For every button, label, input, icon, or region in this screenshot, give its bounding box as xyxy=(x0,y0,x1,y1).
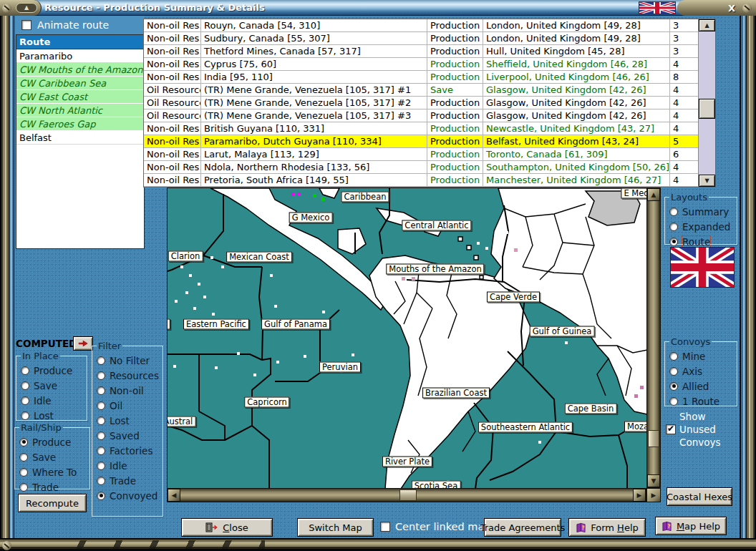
world-map[interactable]: CaribbeanG MexicoCentral AtlanticE MedCl… xyxy=(167,187,646,488)
table-row[interactable]: Non-oil Res.Paramaribo, Dutch Guyana [11… xyxy=(144,135,715,148)
radio-expanded[interactable]: Expanded xyxy=(669,219,734,234)
radio-button[interactable] xyxy=(21,396,29,405)
radio-button[interactable] xyxy=(19,468,28,477)
map-horizontal-scrollbar[interactable]: ◀ ▶ xyxy=(167,488,646,502)
radio-non-oil[interactable]: Non-oil xyxy=(97,383,160,398)
map-scroll-corner[interactable]: ▶ xyxy=(646,488,661,502)
radio-lost[interactable]: Lost xyxy=(97,413,160,428)
radio-save[interactable]: Save xyxy=(21,378,84,393)
radio-button[interactable] xyxy=(97,386,105,395)
radio-idle[interactable]: Idle xyxy=(97,458,160,473)
recompute-button[interactable]: Recompute xyxy=(18,494,87,512)
switch-map-button[interactable]: Switch Map xyxy=(297,518,374,537)
scroll-down-icon[interactable]: ▼ xyxy=(699,175,715,187)
radio-button[interactable] xyxy=(97,356,105,365)
close-button[interactable]: Close xyxy=(181,518,273,537)
radio-axis[interactable]: Axis xyxy=(669,364,734,379)
computed-arrow-button[interactable] xyxy=(73,336,93,351)
radio-factories[interactable]: Factories xyxy=(97,443,160,458)
radio-button[interactable] xyxy=(21,381,29,390)
table-row[interactable]: Non-oil Res.Thetford Mines, Canada [57, … xyxy=(144,45,715,58)
table-row[interactable]: Non-oil Res.Cyprus [75, 60]ProductionShe… xyxy=(144,58,715,71)
radio-no-filter[interactable]: No Filter xyxy=(97,353,160,368)
radio-button[interactable] xyxy=(97,462,105,470)
radio-trade[interactable]: Trade xyxy=(19,479,87,494)
trade-agreements-button[interactable]: Trade Agreements xyxy=(484,518,561,537)
radio-button[interactable] xyxy=(97,431,105,440)
radio-button[interactable] xyxy=(669,367,678,376)
radio-button[interactable] xyxy=(97,477,105,485)
radio-button[interactable] xyxy=(669,238,678,246)
radio-where-to[interactable]: Where To xyxy=(19,464,87,479)
radio-button[interactable] xyxy=(97,447,105,455)
table-scrollbar-thumb[interactable] xyxy=(699,99,715,119)
radio-summary[interactable]: Summary xyxy=(669,204,734,219)
table-row[interactable]: Oil Resource(TR) Mene Grande, Venezuela … xyxy=(144,97,715,109)
table-row[interactable]: Non-oil Res.Rouyn, Canada [54, 310]Produ… xyxy=(144,19,715,32)
route-list[interactable]: Route ParamariboCW Mouths of the AmazonC… xyxy=(16,34,145,249)
radio-produce[interactable]: Produce xyxy=(21,363,84,378)
radio-button[interactable] xyxy=(669,397,678,406)
form-help-button[interactable]: ? Form Help xyxy=(568,518,646,537)
map-vscroll-thumb[interactable] xyxy=(648,430,659,447)
table-row[interactable]: Non-oil Res.Pretoria, South Africa [149,… xyxy=(144,174,715,187)
table-row[interactable]: Oil Resource(TR) Mene Grande, Venezuela … xyxy=(144,84,715,97)
map-vertical-scrollbar[interactable]: ▲ ▼ xyxy=(646,187,661,488)
close-window-button[interactable]: X xyxy=(725,3,738,14)
table-row[interactable]: Non-oil Res.Sudbury, Canada [55, 307]Pro… xyxy=(144,32,715,45)
radio-button[interactable] xyxy=(669,223,678,231)
route-list-item[interactable]: CW East Coast xyxy=(16,90,144,104)
title-bar[interactable]: ▲ Resource - Production Summary & Detail… xyxy=(0,0,756,16)
route-list-item[interactable]: CW Caribbean Sea xyxy=(16,77,144,90)
table-scrollbar[interactable]: ▲ ▼ xyxy=(698,19,715,187)
radio-convoyed[interactable]: Convoyed xyxy=(97,488,160,503)
table-row[interactable]: Oil Resource(TR) Mene Grande, Venezuela … xyxy=(144,109,715,122)
animate-route-checkbox[interactable] xyxy=(21,20,32,30)
radio-resources[interactable]: Resources xyxy=(97,368,160,383)
route-list-item[interactable]: CW North Atlantic xyxy=(16,104,144,117)
radio-oil[interactable]: Oil xyxy=(97,398,160,413)
radio-button[interactable] xyxy=(19,453,28,462)
radio-produce[interactable]: Produce xyxy=(19,434,87,449)
radio-button[interactable] xyxy=(21,411,29,420)
radio-button[interactable] xyxy=(19,483,28,492)
radio-button[interactable] xyxy=(97,371,105,380)
radio-save[interactable]: Save xyxy=(19,449,87,464)
radio-idle[interactable]: Idle xyxy=(21,393,84,408)
table-row[interactable]: Non-oil Res.Larut, Malaya [113, 129]Prod… xyxy=(144,148,715,161)
radio-button[interactable] xyxy=(97,492,105,500)
minimize-button[interactable]: ▲ xyxy=(16,3,37,13)
radio-button[interactable] xyxy=(669,352,678,361)
map-help-button[interactable]: ? Map Help xyxy=(655,517,727,535)
scroll-up-icon[interactable]: ▲ xyxy=(699,19,715,31)
map-hscroll-thumb[interactable] xyxy=(399,489,417,501)
scroll-up-icon[interactable]: ▲ xyxy=(647,188,660,201)
table-cell-action: Production xyxy=(427,161,483,173)
show-unused-checkbox[interactable] xyxy=(666,424,676,434)
route-list-item[interactable]: CW Mouths of the Amazon xyxy=(16,63,144,77)
resource-table[interactable]: Non-oil Res.Rouyn, Canada [54, 310]Produ… xyxy=(143,19,716,187)
radio-trade[interactable]: Trade xyxy=(97,473,160,488)
center-linked-map-checkbox[interactable] xyxy=(380,522,390,532)
table-row[interactable]: Non-oil Res.British Guyana [110, 331]Pro… xyxy=(144,122,715,135)
radio-lost[interactable]: Lost xyxy=(21,408,84,423)
scroll-down-icon[interactable]: ▼ xyxy=(647,474,660,487)
table-row[interactable]: Non-oil Res.Ndola, Northern Rhodesia [13… xyxy=(144,161,715,174)
radio-button[interactable] xyxy=(21,366,29,375)
radio-button[interactable] xyxy=(97,416,105,425)
radio-mine[interactable]: Mine xyxy=(669,348,734,364)
route-list-item[interactable]: CW Faeroes Gap xyxy=(16,117,144,131)
radio-allied[interactable]: Allied xyxy=(669,379,734,394)
scroll-right-icon[interactable]: ▶ xyxy=(633,489,646,502)
radio-1-route[interactable]: 1 Route xyxy=(669,394,734,409)
scroll-left-icon[interactable]: ◀ xyxy=(168,489,180,502)
coastal-hexes-button[interactable]: Coastal Hexes xyxy=(667,487,732,506)
radio-button[interactable] xyxy=(669,382,678,391)
route-list-item[interactable]: Paramaribo xyxy=(16,49,144,63)
radio-button[interactable] xyxy=(669,208,678,216)
radio-button[interactable] xyxy=(97,401,105,410)
radio-button[interactable] xyxy=(19,438,28,447)
table-row[interactable]: Non-oil Res.India [95, 110]ProductionLiv… xyxy=(144,71,715,84)
radio-saved[interactable]: Saved xyxy=(97,428,160,443)
route-list-item[interactable]: Belfast xyxy=(16,131,144,145)
